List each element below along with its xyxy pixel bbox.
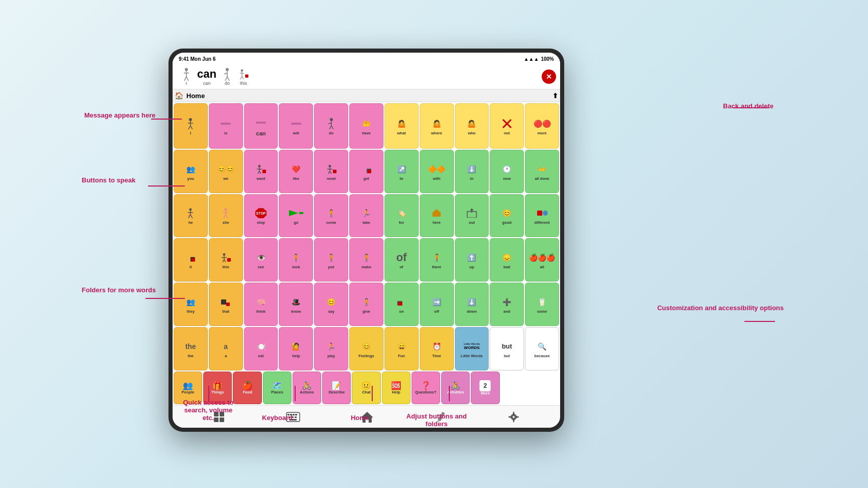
btn-will[interactable]: will xyxy=(279,103,313,149)
word-item-this[interactable]: this xyxy=(238,67,249,86)
btn-the[interactable]: the the xyxy=(174,327,208,370)
icon-will xyxy=(291,121,302,127)
word-display: I can can do xyxy=(177,67,253,86)
btn-they[interactable]: 👥 they xyxy=(174,283,208,326)
btn-a[interactable]: a a xyxy=(209,327,243,370)
folder-food[interactable]: 🍎 Food xyxy=(233,371,261,404)
btn-where[interactable]: 🤷 where xyxy=(420,103,454,149)
folder-chat[interactable]: 😐 Chat xyxy=(352,371,380,404)
btn-come[interactable]: 🧍 come xyxy=(314,194,348,238)
btn-play[interactable]: 🏃 play xyxy=(314,327,348,370)
btn-but[interactable]: but but xyxy=(490,327,524,370)
btn-i[interactable]: I xyxy=(174,103,208,149)
icon-that xyxy=(220,297,231,307)
btn-for[interactable]: 🏷️ for xyxy=(384,194,419,238)
svg-rect-15 xyxy=(245,74,248,77)
btn-out[interactable]: out xyxy=(455,194,489,238)
folder-more[interactable]: 2 More xyxy=(471,371,499,404)
btn-on[interactable]: on xyxy=(384,283,419,326)
btn-and[interactable]: ➕ and xyxy=(490,283,524,326)
btn-you[interactable]: 👥 you xyxy=(174,150,208,193)
of-text: of xyxy=(396,251,407,264)
svg-marker-59 xyxy=(432,209,441,213)
icon-is xyxy=(220,121,231,127)
btn-say[interactable]: 😊 say xyxy=(314,283,348,326)
line-back xyxy=(733,107,768,108)
icon-want xyxy=(255,165,267,174)
word-item-can[interactable]: can can xyxy=(197,67,216,86)
btn-time[interactable]: ⏰ Time xyxy=(420,327,454,370)
btn-fun[interactable]: 😄 Fun xyxy=(384,327,419,370)
btn-bad[interactable]: 😞 bad xyxy=(490,238,524,282)
word-item-do[interactable]: do xyxy=(222,67,233,86)
btn-help[interactable]: 🙋 help xyxy=(279,327,313,370)
btn-know[interactable]: 🎩 know xyxy=(279,283,313,326)
icon-she xyxy=(221,208,231,218)
btn-all[interactable]: 🍎🍎🍎 all xyxy=(525,238,559,282)
btn-all-done[interactable]: 👐 all done xyxy=(525,150,559,193)
btn-feelings[interactable]: 😊 Feelings xyxy=(349,327,383,370)
btn-think[interactable]: 🧠 think xyxy=(244,283,278,326)
btn-have[interactable]: 🤲 have xyxy=(349,103,383,149)
vocab-grid: I is can xyxy=(173,102,560,370)
stop-sign-icon: STOP xyxy=(255,208,267,218)
btn-some[interactable]: 🥛 some xyxy=(525,283,559,326)
close-button[interactable]: ✕ xyxy=(542,69,556,84)
btn-go[interactable]: go xyxy=(279,194,313,238)
btn-can[interactable]: can xyxy=(244,103,278,149)
back-delete-annotation: Back and delete xyxy=(723,102,774,111)
btn-off[interactable]: ➡️ off xyxy=(420,283,454,326)
btn-is[interactable]: is xyxy=(209,103,243,149)
buttons-annotation: Buttons to speak xyxy=(82,176,135,185)
folder-questions[interactable]: ❓ Questions? xyxy=(412,371,440,404)
btn-stop[interactable]: STOP stop xyxy=(244,194,278,238)
line-folders xyxy=(146,298,185,299)
btn-because[interactable]: 🔍 because xyxy=(525,327,559,370)
btn-more[interactable]: 🔴🔴 more xyxy=(525,103,559,149)
btn-now[interactable]: 🕐 now xyxy=(490,150,524,193)
btn-like[interactable]: ❤️ like xyxy=(279,150,313,193)
btn-give[interactable]: 🧍 give xyxy=(349,283,383,326)
btn-up[interactable]: ⬆️ up xyxy=(455,238,489,282)
btn-need[interactable]: need xyxy=(314,150,348,193)
btn-that[interactable]: that xyxy=(209,283,243,326)
folder-help[interactable]: 🆘 Help xyxy=(382,371,411,404)
btn-little-words[interactable]: Little Words WORDS Little Words xyxy=(455,327,489,370)
word-item-i[interactable]: I xyxy=(181,67,192,86)
btn-not[interactable]: not xyxy=(490,103,524,149)
icon-out xyxy=(466,208,477,218)
btn-make[interactable]: 🧍 make xyxy=(349,238,383,282)
btn-there[interactable]: 🧍 there xyxy=(420,238,454,282)
share-icon[interactable]: ⬆ xyxy=(552,92,558,100)
btn-who[interactable]: 🤷 who xyxy=(455,103,489,149)
btn-in[interactable]: ⬇️ in xyxy=(455,150,489,193)
folder-places[interactable]: 🗺️ Places xyxy=(263,371,292,404)
folder-actions[interactable]: 🚴 Actions xyxy=(293,371,321,404)
gear-button[interactable] xyxy=(500,408,527,426)
btn-this[interactable]: this xyxy=(209,238,243,282)
btn-she[interactable]: she xyxy=(209,194,243,238)
folder-activities[interactable]: 🚴 Activities xyxy=(441,371,470,404)
btn-with[interactable]: 🔶🔶 with xyxy=(420,150,454,193)
btn-here[interactable]: here xyxy=(420,194,454,238)
btn-want[interactable]: want xyxy=(244,150,278,193)
btn-put[interactable]: 🧍 put xyxy=(314,238,348,282)
btn-different[interactable]: different xyxy=(525,194,559,238)
btn-see[interactable]: 👁️ see xyxy=(244,238,278,282)
btn-it[interactable]: it xyxy=(174,238,208,282)
btn-look[interactable]: 🧍 look xyxy=(279,238,313,282)
btn-good[interactable]: 😊 good xyxy=(490,194,524,238)
btn-eat[interactable]: 🍽️ eat xyxy=(244,327,278,370)
btn-take[interactable]: 🏃 take xyxy=(349,194,383,238)
btn-down[interactable]: ⬇️ down xyxy=(455,283,489,326)
btn-we[interactable]: 😊😊 we xyxy=(209,150,243,193)
btn-do[interactable]: do xyxy=(314,103,348,149)
btn-of[interactable]: of of xyxy=(384,238,419,282)
btn-what[interactable]: 🤷 what xyxy=(384,103,419,149)
btn-he[interactable]: he xyxy=(174,194,208,238)
grid-area: I is can xyxy=(173,102,560,405)
folder-describe[interactable]: 📝 Describe xyxy=(322,371,351,404)
btn-to[interactable]: ↗️ to xyxy=(384,150,419,193)
icon-get xyxy=(360,165,372,174)
btn-get[interactable]: get xyxy=(349,150,383,193)
